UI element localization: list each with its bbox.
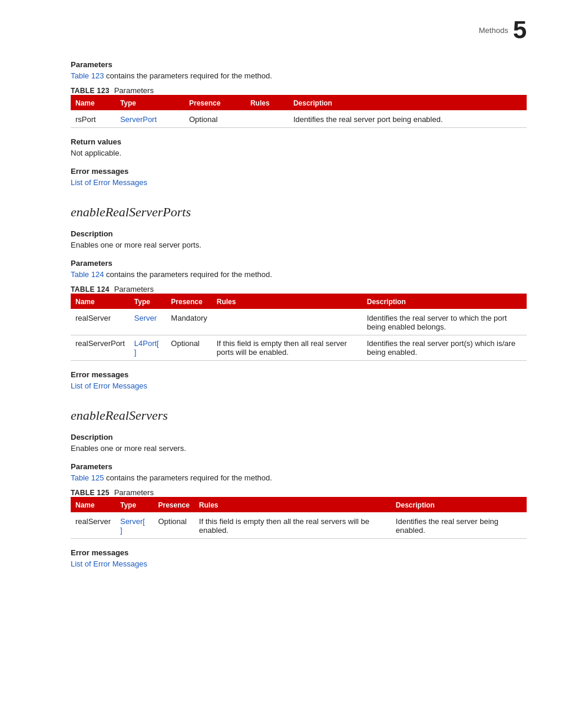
cell-name: realServerPort — [71, 335, 130, 361]
table123-label: TABLE 123 Parameters — [71, 86, 527, 95]
col-desc-3: Description — [391, 498, 527, 512]
section1-error: Error messages List of Error Messages — [71, 167, 527, 187]
desc-heading-2: Description — [71, 229, 527, 238]
table125-header-row: Name Type Presence Rules Description — [71, 498, 527, 512]
return-heading-1: Return values — [71, 137, 527, 146]
page: Methods 5 Parameters Table 123 contains … — [0, 0, 562, 728]
col-name-2: Name — [71, 294, 130, 309]
error-link-2[interactable]: List of Error Messages — [71, 381, 147, 390]
section1-parameters: Parameters Table 123 contains the parame… — [71, 60, 527, 128]
table-row: rsPort ServerPort Optional Identifies th… — [71, 110, 527, 128]
col-desc-1: Description — [289, 95, 527, 110]
cell-presence: Optional — [153, 512, 194, 539]
col-presence-3: Presence — [153, 498, 194, 512]
cell-name: rsPort — [71, 110, 115, 128]
cell-rules — [212, 309, 362, 335]
table124: Name Type Presence Rules Description rea… — [71, 294, 527, 361]
table123-intro-rest: contains the parameters required for the… — [104, 71, 272, 80]
cell-presence: Optional — [166, 335, 211, 361]
table123-label-desc: Parameters — [114, 86, 154, 95]
page-header: Methods 5 — [71, 18, 527, 48]
desc-text-2: Enables one or more real server ports. — [71, 241, 527, 249]
table124-label-text: TABLE 124 — [71, 285, 110, 294]
col-type-3: Type — [115, 498, 154, 512]
method2-error: Error messages List of Error Messages — [71, 370, 527, 390]
cell-presence: Optional — [184, 110, 246, 128]
col-rules-2: Rules — [212, 294, 362, 309]
cell-presence: Mandatory — [166, 309, 211, 335]
table124-intro-rest: contains the parameters required for the… — [104, 270, 272, 279]
desc-heading-3: Description — [71, 433, 527, 442]
cell-desc: Identifies the real server port being en… — [289, 110, 527, 128]
table124-label: TABLE 124 Parameters — [71, 285, 527, 294]
cell-rules — [246, 110, 289, 128]
table125-intro-rest: contains the parameters required for the… — [104, 473, 272, 482]
table-row: realServer Server[ ] Optional If this fi… — [71, 512, 527, 539]
table124-intro: Table 124 contains the parameters requir… — [71, 270, 527, 279]
method3-parameters: Parameters Table 125 contains the parame… — [71, 462, 527, 539]
table123: Name Type Presence Rules Description rsP… — [71, 95, 527, 128]
params-heading-3: Parameters — [71, 462, 527, 471]
section1-return: Return values Not applicable. — [71, 137, 527, 157]
table125-label-text: TABLE 125 — [71, 489, 110, 497]
cell-name: realServer — [71, 309, 130, 335]
type-link[interactable]: Server — [134, 314, 157, 322]
col-name-3: Name — [71, 498, 115, 512]
table124-link[interactable]: Table 124 — [71, 270, 104, 279]
table123-label-text: TABLE 123 — [71, 87, 110, 95]
col-type-1: Type — [115, 95, 184, 110]
error-heading-1: Error messages — [71, 167, 527, 176]
section-label: Methods — [479, 26, 508, 35]
method3-title: enableRealServers — [71, 408, 527, 423]
cell-type: L4Port[ ] — [130, 335, 167, 361]
col-rules-3: Rules — [194, 498, 391, 512]
desc-text-3: Enables one or more real servers. — [71, 444, 527, 453]
chapter-number: 5 — [513, 18, 527, 42]
error-link-3[interactable]: List of Error Messages — [71, 559, 147, 568]
table124-label-desc: Parameters — [114, 285, 154, 294]
cell-type: Server — [130, 309, 167, 335]
table125-label: TABLE 125 Parameters — [71, 488, 527, 497]
cell-desc: Identifies the real server to which the … — [362, 309, 527, 335]
type-link[interactable]: L4Port[ ] — [134, 339, 159, 357]
table-row: realServer Server Mandatory Identifies t… — [71, 309, 527, 335]
error-heading-3: Error messages — [71, 548, 527, 557]
error-link-1[interactable]: List of Error Messages — [71, 178, 147, 187]
table-row: realServerPort L4Port[ ] Optional If thi… — [71, 335, 527, 361]
col-desc-2: Description — [362, 294, 527, 309]
type-link[interactable]: Server[ ] — [120, 517, 145, 535]
method3-error: Error messages List of Error Messages — [71, 548, 527, 568]
type-link[interactable]: ServerPort — [120, 115, 157, 124]
col-rules-1: Rules — [246, 95, 289, 110]
header-right: Methods 5 — [479, 18, 527, 42]
parameters-heading-1: Parameters — [71, 60, 527, 69]
table125-label-desc: Parameters — [114, 488, 154, 497]
return-text-1: Not applicable. — [71, 149, 527, 157]
method2-title: enableRealServerPorts — [71, 205, 527, 220]
table124-header-row: Name Type Presence Rules Description — [71, 294, 527, 309]
col-presence-2: Presence — [166, 294, 211, 309]
cell-type: Server[ ] — [115, 512, 154, 539]
cell-name: realServer — [71, 512, 115, 539]
method2-parameters: Parameters Table 124 contains the parame… — [71, 259, 527, 361]
method3-description: Description Enables one or more real ser… — [71, 433, 527, 453]
method2-description: Description Enables one or more real ser… — [71, 229, 527, 249]
cell-type: ServerPort — [115, 110, 184, 128]
table123-link[interactable]: Table 123 — [71, 71, 104, 80]
cell-rules: If this field is empty then all the real… — [194, 512, 391, 539]
table123-intro: Table 123 contains the parameters requir… — [71, 71, 527, 80]
table123-header-row: Name Type Presence Rules Description — [71, 95, 527, 110]
cell-desc: Identifies the real server being enabled… — [391, 512, 527, 539]
table125: Name Type Presence Rules Description rea… — [71, 497, 527, 539]
params-heading-2: Parameters — [71, 259, 527, 268]
col-name-1: Name — [71, 95, 115, 110]
col-type-2: Type — [130, 294, 167, 309]
cell-rules: If this field is empty then all real ser… — [212, 335, 362, 361]
table125-intro: Table 125 contains the parameters requir… — [71, 473, 527, 482]
cell-desc: Identifies the real server port(s) which… — [362, 335, 527, 361]
col-presence-1: Presence — [184, 95, 246, 110]
table125-link[interactable]: Table 125 — [71, 473, 104, 482]
error-heading-2: Error messages — [71, 370, 527, 379]
